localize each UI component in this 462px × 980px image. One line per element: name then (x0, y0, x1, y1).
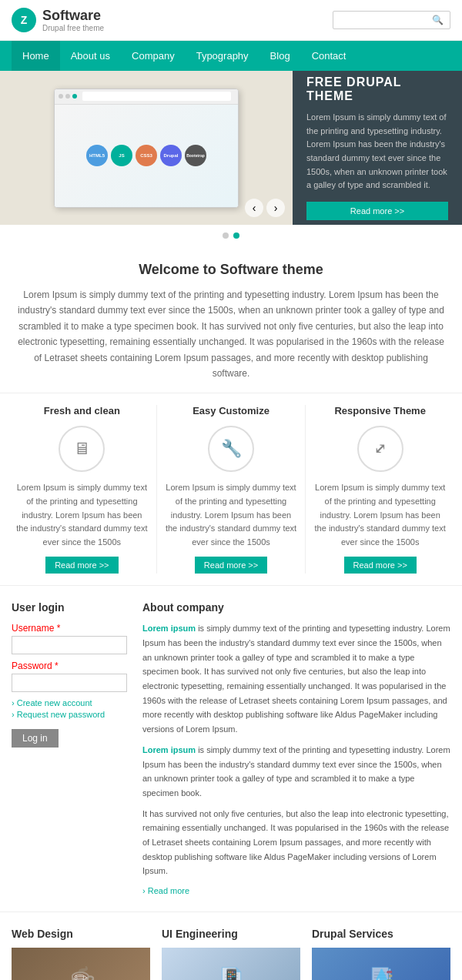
feature-fresh-body: Lorem Ipsum is simply dummy text of the … (15, 481, 149, 549)
browser-content: HTML5 JS CSS3 Drupal Bootstrap (55, 105, 238, 207)
hero-text-panel: FREE DRUPAL THEME Lorem Ipsum is simply … (293, 71, 462, 225)
hero-slider: HTML5 JS CSS3 Drupal Bootstrap FREE DRUP… (0, 71, 462, 225)
about-para2: Lorem ipsum is simply dummy text of the … (142, 743, 450, 801)
user-login-panel: User login Username * Password * › Creat… (12, 601, 127, 896)
nav-home[interactable]: Home (12, 41, 60, 71)
site-title: Software (42, 8, 104, 24)
service-drupal-image: 📑 💧 (312, 948, 450, 980)
features-section: Fresh and clean 🖥 Lorem Ipsum is simply … (0, 393, 462, 585)
service-webdesign-title: Web Design (12, 928, 150, 940)
feature-customize-body: Lorem Ipsum is simply dummy text of the … (165, 481, 298, 549)
welcome-title: Welcome to Software theme (15, 262, 447, 278)
login-button[interactable]: Log in (12, 729, 59, 748)
password-label: Password * (12, 661, 127, 671)
search-icon: 🔍 (432, 15, 444, 25)
nav-about[interactable]: About us (60, 41, 121, 71)
service-ui-engineering: UI Engineering 📄 📱 Bootstrap HTML5 & CSS… (162, 928, 300, 980)
feature-customize: Easy Customize 🔧 Lorem Ipsum is simply d… (156, 405, 306, 574)
site-subtitle: Drupal free theme (42, 24, 104, 32)
nav-blog[interactable]: Blog (259, 41, 301, 71)
tech-drupal: Drupal (160, 145, 182, 166)
services-section: Web Design ☕ ✏ Making a attractive and u… (0, 911, 462, 980)
mid-section: User login Username * Password * › Creat… (0, 585, 462, 911)
feature-fresh: Fresh and clean 🖥 Lorem Ipsum is simply … (8, 405, 156, 574)
feature-fresh-title: Fresh and clean (15, 405, 149, 416)
about-para1: Lorem ipsum is simply dummy text of the … (142, 621, 450, 737)
service-webdesign-image: ☕ ✏ (12, 948, 150, 980)
main-nav: Home About us Company Typography Blog Co… (0, 41, 462, 71)
slider-prev-button[interactable]: ‹ (245, 199, 263, 217)
service-drupal: Drupal Services 📑 💧 Drupal theme develop… (312, 928, 450, 980)
nav-contact[interactable]: Contact (301, 41, 357, 71)
feature-customize-icon: 🔧 (208, 426, 254, 472)
hero-title: FREE DRUPAL THEME (306, 75, 448, 103)
feature-responsive-title: Responsive Theme (313, 405, 447, 416)
about-company-panel: About company Lorem ipsum is simply dumm… (142, 601, 450, 896)
about-company-title: About company (142, 601, 450, 614)
service-ui-title: UI Engineering (162, 928, 300, 940)
feature-responsive-button[interactable]: Read more >> (344, 557, 417, 574)
feature-fresh-button[interactable]: Read more >> (45, 557, 118, 574)
browser-btn-green (72, 94, 77, 99)
tech-js: JS (111, 145, 132, 166)
slider-dots (0, 225, 462, 246)
username-input[interactable] (12, 636, 127, 654)
welcome-section: Welcome to Software theme Lorem Ipsum is… (0, 246, 462, 393)
password-input[interactable] (12, 674, 127, 692)
logo: Z Software Drupal free theme (12, 8, 104, 32)
tech-css: CSS3 (136, 145, 157, 166)
slider-dot-2[interactable] (233, 232, 239, 239)
reset-password-link[interactable]: › Request new password (12, 710, 127, 719)
services-grid: Web Design ☕ ✏ Making a attractive and u… (12, 928, 450, 980)
header: Z Software Drupal free theme 🔍 (0, 0, 462, 41)
slider-dot-1[interactable] (223, 232, 229, 239)
browser-url-bar (82, 92, 231, 101)
feature-responsive: Responsive Theme ⤢ Lorem Ipsum is simply… (305, 405, 454, 574)
browser-btn-yellow (65, 94, 70, 99)
about-read-more-link[interactable]: › Read more (142, 886, 189, 895)
login-links: › Create new account › Request new passw… (12, 698, 127, 719)
service-web-design: Web Design ☕ ✏ Making a attractive and u… (12, 928, 150, 980)
welcome-body: Lorem Ipsum is simply dummy text of the … (15, 287, 447, 381)
slider-arrows: ‹ › (245, 199, 285, 217)
service-drupal-title: Drupal Services (312, 928, 450, 940)
slider-next-button[interactable]: › (266, 199, 285, 217)
browser-window: HTML5 JS CSS3 Drupal Bootstrap (54, 89, 239, 208)
feature-fresh-icon: 🖥 (59, 426, 105, 472)
password-group: Password * (12, 661, 127, 692)
hero-read-more-button[interactable]: Read more >> (306, 202, 448, 220)
feature-responsive-body: Lorem Ipsum is simply dummy text of the … (313, 481, 447, 549)
feature-customize-title: Easy Customize (165, 405, 298, 416)
about-para3: It has survived not only five centuries,… (142, 807, 450, 878)
service-ui-image: 📄 📱 (162, 948, 300, 980)
browser-btn-red (59, 94, 63, 99)
hero-body: Lorem Ipsum is simply dummy text of the … (306, 111, 448, 192)
username-group: Username * (12, 623, 127, 654)
search-input[interactable] (340, 15, 432, 25)
search-box[interactable]: 🔍 (333, 11, 450, 29)
nav-typography[interactable]: Typography (186, 41, 259, 71)
logo-icon: Z (12, 8, 36, 32)
user-login-title: User login (12, 601, 127, 614)
username-label: Username * (12, 623, 127, 634)
nav-company[interactable]: Company (121, 41, 186, 71)
feature-responsive-icon: ⤢ (357, 426, 403, 472)
tech-html5: HTML5 (86, 145, 108, 166)
create-account-link[interactable]: › Create new account (12, 698, 127, 707)
feature-customize-button[interactable]: Read more >> (195, 557, 267, 574)
tech-bootstrap: Bootstrap (185, 145, 206, 166)
